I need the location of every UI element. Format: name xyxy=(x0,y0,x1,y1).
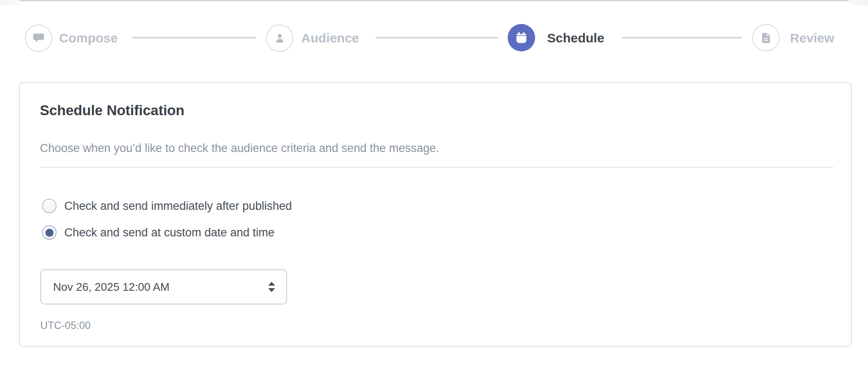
card-title: Schedule Notification xyxy=(40,101,184,120)
person-icon xyxy=(273,32,286,45)
stepper-connector-2 xyxy=(375,37,498,39)
schedule-notification-page: Compose Audience Schedule xyxy=(0,0,868,370)
step-review[interactable] xyxy=(752,24,780,51)
step-compose[interactable] xyxy=(25,24,52,52)
radio-button-selected[interactable] xyxy=(42,225,57,240)
radio-option-custom-datetime-label: Check and send at custom date and time xyxy=(64,225,275,240)
radio-option-immediately-label: Check and send immediately after publish… xyxy=(64,198,292,214)
card-description: Choose when you’d like to check the audi… xyxy=(40,140,439,156)
stepper-connector-1 xyxy=(132,37,256,39)
calendar-icon xyxy=(515,31,528,45)
step-compose-label[interactable]: Compose xyxy=(59,30,118,46)
speech-bubble-icon xyxy=(32,32,45,45)
select-arrows-icon xyxy=(268,282,275,292)
radio-button-unselected[interactable] xyxy=(42,199,57,213)
datetime-select-value: Nov 26, 2025 12:00 AM xyxy=(53,280,170,294)
step-audience-label[interactable]: Audience xyxy=(301,30,359,46)
top-border-line xyxy=(19,0,849,1)
stepper-connector-3 xyxy=(622,37,742,39)
step-review-label[interactable]: Review xyxy=(790,30,834,46)
step-audience[interactable] xyxy=(266,24,293,52)
step-schedule[interactable] xyxy=(508,24,535,51)
document-icon xyxy=(760,31,772,44)
timezone-label: UTC-05:00 xyxy=(40,319,90,332)
radio-option-custom-datetime[interactable]: Check and send at custom date and time xyxy=(42,225,275,240)
datetime-select[interactable]: Nov 26, 2025 12:00 AM xyxy=(40,269,287,304)
step-schedule-label[interactable]: Schedule xyxy=(547,30,604,46)
card-divider xyxy=(40,167,834,168)
radio-option-immediately[interactable]: Check and send immediately after publish… xyxy=(42,198,292,214)
top-right-corner-shade xyxy=(849,0,868,5)
schedule-card: Schedule Notification Choose when you’d … xyxy=(19,82,852,347)
top-left-corner-shade xyxy=(0,0,19,5)
